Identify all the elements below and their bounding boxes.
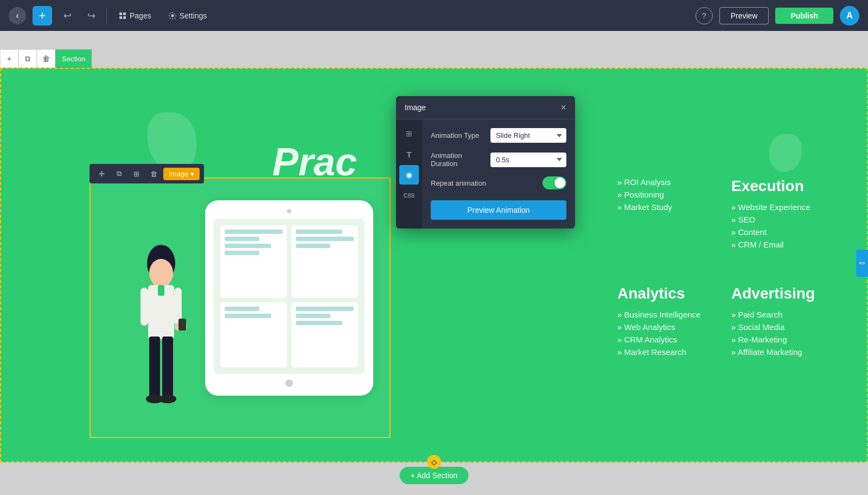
advertising-list: Paid Search Social Media Re-Marketing Af… bbox=[731, 310, 834, 357]
repeat-animation-label: Repeat animation bbox=[431, 179, 486, 187]
editor-area: + ⧉ 🗑 Section Prac ✛ ⧉ ⊞ 🗑 Image ▾ bbox=[0, 31, 868, 495]
tablet-bottom-button bbox=[285, 379, 293, 387]
move-image-btn[interactable]: ✛ bbox=[94, 166, 109, 181]
settings-label: Settings bbox=[180, 11, 207, 20]
animation-tab-btn[interactable]: ◉ bbox=[399, 165, 419, 185]
svg-rect-2 bbox=[119, 16, 122, 19]
animation-icon-sidebar: ⊞ T ◉ CSS bbox=[396, 119, 422, 229]
preview-animation-button[interactable]: Preview Animation bbox=[431, 200, 566, 220]
execution-heading: Execution bbox=[731, 177, 834, 195]
animation-type-row: Animation Type Slide Right None Fade In … bbox=[431, 128, 566, 143]
svg-rect-3 bbox=[123, 16, 126, 19]
tablet-row bbox=[296, 237, 354, 241]
settings-icon bbox=[169, 12, 176, 20]
tablet-row bbox=[225, 251, 259, 255]
duplicate-section-btn[interactable]: ⧉ bbox=[18, 49, 37, 68]
pages-menu[interactable]: Pages bbox=[113, 8, 157, 23]
help-button[interactable]: ? bbox=[695, 7, 713, 24]
settings-tab-btn[interactable]: ⊞ bbox=[399, 124, 419, 143]
image-element[interactable] bbox=[90, 177, 391, 438]
animation-panel-close-button[interactable]: × bbox=[560, 103, 566, 112]
list-item: Market Study bbox=[617, 202, 720, 212]
image-dropdown-icon: ▾ bbox=[190, 170, 194, 178]
tablet-row bbox=[296, 321, 342, 325]
preview-button[interactable]: Preview bbox=[719, 7, 769, 24]
svg-rect-1 bbox=[123, 12, 126, 15]
advertising-section: Advertising Paid Search Social Media Re-… bbox=[731, 285, 834, 360]
add-element-button[interactable]: + bbox=[33, 6, 52, 26]
animation-panel-header: Image × bbox=[396, 96, 575, 119]
avatar[interactable]: A bbox=[840, 6, 859, 26]
settings-image-btn[interactable]: ⊞ bbox=[129, 166, 144, 181]
section-label: Section bbox=[55, 49, 92, 68]
tablet-row bbox=[225, 230, 283, 234]
image-label-text: Image bbox=[169, 170, 188, 178]
tablet-card-3 bbox=[220, 302, 287, 368]
right-edge-handle[interactable]: «» bbox=[856, 250, 868, 277]
divider bbox=[106, 8, 107, 24]
analytics-heading: Analytics bbox=[617, 285, 720, 302]
svg-rect-13 bbox=[149, 337, 160, 396]
tablet-card-4 bbox=[291, 302, 358, 368]
tablet-row bbox=[225, 314, 271, 318]
svg-point-6 bbox=[149, 259, 173, 287]
analytics-advertising-row: Analytics Business Intelligence Web Anal… bbox=[617, 285, 834, 376]
redo-button[interactable]: ↪ bbox=[82, 7, 100, 24]
animation-duration-row: Animation Duration 0.5s 0.3s 0.8s 1s 1.5… bbox=[431, 151, 566, 168]
list-item: ROI Analysis bbox=[617, 177, 720, 187]
pages-label: Pages bbox=[130, 11, 151, 20]
add-section-btn[interactable]: + bbox=[0, 49, 18, 68]
animation-type-select[interactable]: Slide Right None Fade In Slide Left Slid… bbox=[490, 128, 566, 143]
decorative-blob-1 bbox=[148, 112, 196, 172]
repeat-animation-toggle[interactable] bbox=[542, 176, 566, 189]
animation-panel: Image × ⊞ T ◉ CSS Animation Type Slide R… bbox=[396, 96, 575, 229]
add-section-button[interactable]: + Add Section bbox=[400, 467, 469, 484]
animation-duration-select[interactable]: 0.5s 0.3s 0.8s 1s 1.5s 2s bbox=[490, 153, 566, 167]
tablet-card-1 bbox=[220, 225, 287, 298]
tablet-row bbox=[225, 237, 259, 241]
animation-panel-content: Animation Type Slide Right None Fade In … bbox=[422, 119, 575, 229]
tablet-row bbox=[296, 314, 330, 318]
list-item: SEO bbox=[731, 215, 834, 224]
image-label-button[interactable]: Image ▾ bbox=[163, 168, 200, 180]
delete-image-btn[interactable]: 🗑 bbox=[146, 166, 161, 181]
roi-list: ROI Analysis Positioning Market Study bbox=[617, 177, 720, 212]
svg-point-4 bbox=[171, 14, 174, 17]
text-tab-btn[interactable]: T bbox=[399, 144, 419, 164]
analytics-list: Business Intelligence Web Analytics CRM … bbox=[617, 310, 720, 357]
toggle-knob bbox=[554, 177, 565, 188]
list-item: Market Research bbox=[617, 347, 720, 357]
list-item: Business Intelligence bbox=[617, 310, 720, 319]
publish-button[interactable]: Publish bbox=[775, 8, 833, 24]
tablet-row bbox=[296, 307, 354, 311]
repeat-animation-row: Repeat animation bbox=[431, 176, 566, 189]
duplicate-image-btn[interactable]: ⧉ bbox=[111, 166, 126, 181]
animation-panel-body: ⊞ T ◉ CSS Animation Type Slide Right Non… bbox=[396, 119, 575, 229]
css-tab-btn[interactable]: CSS bbox=[399, 186, 419, 205]
undo-button[interactable]: ↩ bbox=[59, 7, 76, 24]
animation-duration-label: Animation Duration bbox=[431, 151, 490, 168]
svg-rect-11 bbox=[178, 319, 186, 331]
delete-section-btn[interactable]: 🗑 bbox=[37, 49, 55, 68]
tablet-row bbox=[296, 230, 342, 234]
svg-rect-8 bbox=[158, 285, 164, 296]
settings-menu[interactable]: Settings bbox=[163, 8, 213, 23]
top-navigation: ‹ + ↩ ↪ Pages Settings ? Preview Publish… bbox=[0, 0, 868, 31]
svg-rect-14 bbox=[162, 337, 173, 396]
section-toolbar: + ⧉ 🗑 Section bbox=[0, 49, 92, 68]
list-item: Social Media bbox=[731, 322, 834, 332]
list-item: Web Analytics bbox=[617, 322, 720, 332]
animation-type-label: Animation Type bbox=[431, 131, 479, 139]
roi-section: ROI Analysis Positioning Market Study bbox=[617, 177, 720, 252]
pages-icon bbox=[119, 12, 126, 20]
execution-section: Execution Website Experience SEO Content… bbox=[731, 177, 834, 252]
tablet-illustration bbox=[205, 200, 373, 396]
svg-point-16 bbox=[159, 395, 176, 403]
back-button[interactable]: ‹ bbox=[9, 7, 26, 24]
advertising-heading: Advertising bbox=[731, 285, 834, 302]
list-item: CRM Analytics bbox=[617, 335, 720, 344]
tablet-row bbox=[296, 244, 330, 248]
resize-handle[interactable]: ◇ bbox=[427, 455, 441, 469]
list-item: Positioning bbox=[617, 190, 720, 199]
list-item: Affiliate Marketing bbox=[731, 347, 834, 357]
